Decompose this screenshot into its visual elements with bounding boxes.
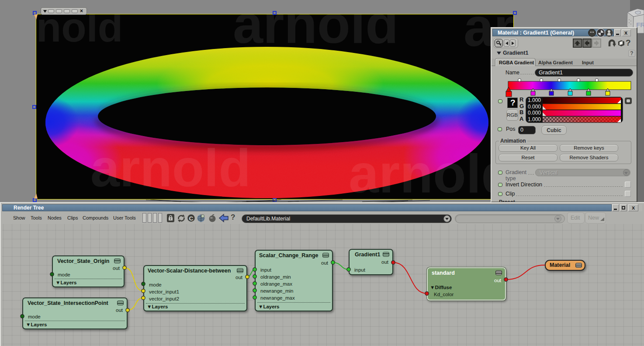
- svg-text:arnold: arnold: [349, 143, 513, 199]
- svg-text:arnold: arnold: [233, 14, 398, 54]
- svg-text:arnold: arnold: [36, 14, 123, 50]
- svg-text:arnold: arnold: [90, 139, 251, 197]
